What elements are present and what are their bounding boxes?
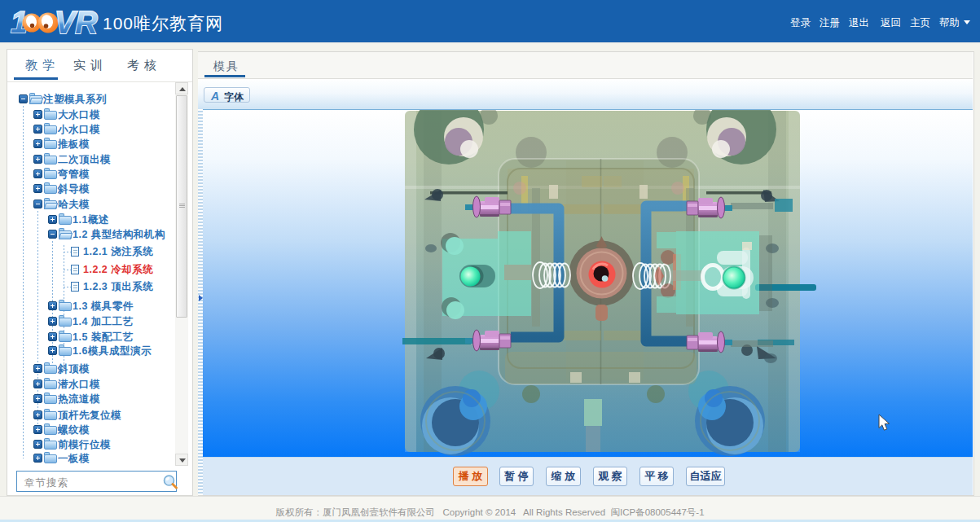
svg-text:VR: VR xyxy=(55,6,98,40)
